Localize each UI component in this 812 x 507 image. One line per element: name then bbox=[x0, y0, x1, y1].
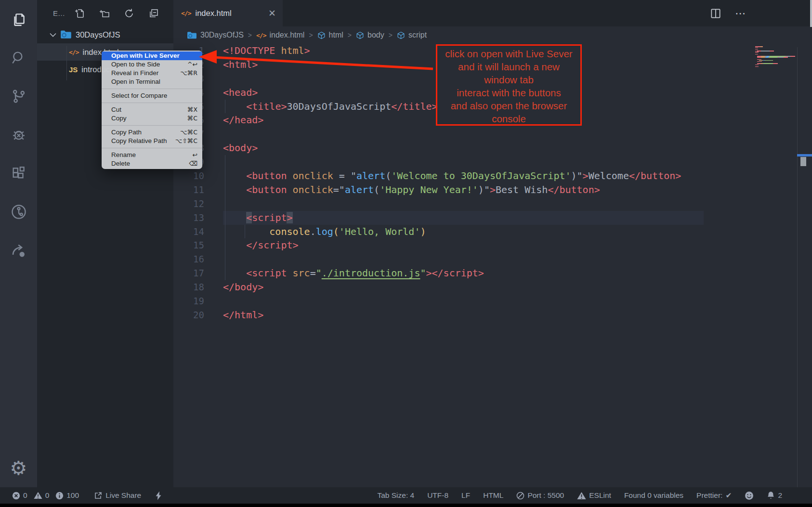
code-line-17[interactable]: 17 <script src="./introduction.js"></scr… bbox=[173, 266, 812, 280]
search-icon[interactable] bbox=[0, 39, 37, 77]
menu-item-copy[interactable]: Copy⌘C bbox=[102, 114, 202, 123]
live-share-status[interactable]: Live Share bbox=[94, 491, 141, 500]
line-number: 19 bbox=[173, 294, 204, 308]
html-file-icon: </> bbox=[69, 49, 79, 56]
code-line-19[interactable]: 19 bbox=[173, 294, 812, 308]
bell-icon bbox=[767, 491, 775, 500]
feedback-smiley[interactable] bbox=[745, 491, 754, 500]
code-line-9[interactable]: 9 bbox=[173, 155, 812, 169]
code-line-10[interactable]: 10 <button onclick = "alert('Welcome to … bbox=[173, 169, 812, 183]
code-text: <head> bbox=[223, 86, 258, 100]
menu-item-cut[interactable]: Cut⌘X bbox=[102, 105, 202, 114]
extensions-icon[interactable] bbox=[0, 154, 37, 193]
menu-separator bbox=[102, 148, 202, 148]
activity-bar: ⚙ bbox=[0, 0, 37, 487]
menu-item-reveal-in-finder[interactable]: Reveal in Finder⌥⌘R bbox=[102, 69, 202, 78]
menu-item-open-in-terminal[interactable]: Open in Terminal bbox=[102, 78, 202, 86]
indent-guide bbox=[225, 252, 225, 266]
tab-size-indicator[interactable]: Tab Size: 4 bbox=[377, 491, 414, 500]
code-line-12[interactable]: 12 bbox=[173, 197, 812, 211]
menu-shortcut: ^↩ bbox=[187, 60, 197, 69]
new-folder-icon[interactable] bbox=[98, 7, 110, 19]
code-text: </head> bbox=[223, 113, 263, 127]
menu-item-rename[interactable]: Rename↩ bbox=[102, 151, 202, 159]
eslint-indicator[interactable]: ESLint bbox=[577, 491, 611, 500]
breadcrumb-label: script bbox=[408, 31, 427, 39]
menu-shortcut: ⌘C bbox=[187, 114, 197, 123]
collapse-folders-icon[interactable] bbox=[147, 7, 159, 19]
variables-indicator[interactable]: Found 0 variables bbox=[624, 491, 683, 500]
window-bottom-edge bbox=[0, 504, 812, 507]
symbol-cube-icon bbox=[397, 31, 405, 39]
remote-explorer-icon[interactable] bbox=[0, 193, 37, 231]
breadcrumb-html[interactable]: html bbox=[317, 31, 343, 39]
line-number: 18 bbox=[173, 280, 204, 294]
close-tab-icon[interactable]: ✕ bbox=[268, 9, 276, 18]
breadcrumb-body[interactable]: body bbox=[356, 31, 384, 39]
window-edge-strip bbox=[810, 0, 812, 27]
explorer-icon[interactable] bbox=[0, 0, 37, 39]
code-line-11[interactable]: 11 <button onclick="alert('Happy New Yea… bbox=[173, 183, 812, 197]
breadcrumb-script[interactable]: script bbox=[397, 31, 427, 39]
code-text: <title>30DaysOfJavaScript</title> bbox=[223, 100, 438, 114]
notifications-indicator[interactable]: 2 bbox=[767, 491, 782, 500]
code-text: </html> bbox=[223, 308, 263, 322]
new-file-icon[interactable] bbox=[74, 7, 86, 19]
run-debug-icon[interactable] bbox=[0, 116, 37, 154]
explorer-header: E… bbox=[37, 0, 173, 19]
menu-item-copy-path[interactable]: Copy Path⌥⌘C bbox=[102, 128, 202, 137]
code-line-8[interactable]: 8<body> bbox=[173, 141, 812, 155]
menu-item-open-with-live-server[interactable]: Open with Live Server bbox=[102, 52, 202, 60]
menu-item-copy-relative-path[interactable]: Copy Relative Path⌥⇧⌘C bbox=[102, 137, 202, 145]
source-control-icon[interactable] bbox=[0, 77, 37, 116]
symbol-cube-icon bbox=[317, 31, 326, 39]
menu-shortcut: ⌘X bbox=[187, 105, 197, 114]
split-editor-icon[interactable] bbox=[709, 7, 722, 20]
prettier-indicator[interactable]: Prettier: ✔ bbox=[696, 491, 732, 500]
bolt-indicator[interactable] bbox=[155, 491, 162, 500]
menu-shortcut: ⌫ bbox=[189, 159, 197, 168]
breadcrumb-folder[interactable]: 30DaysOfJS bbox=[187, 31, 244, 39]
editor-right-divider bbox=[797, 47, 798, 487]
minimap[interactable] bbox=[755, 46, 797, 67]
scrollbar-thumb[interactable] bbox=[800, 157, 806, 166]
symbol-cube-icon bbox=[356, 31, 364, 39]
tree-indent-guide bbox=[66, 46, 67, 80]
tab-index-html[interactable]: </> index.html ✕ bbox=[173, 0, 283, 26]
encoding-indicator[interactable]: UTF-8 bbox=[427, 491, 448, 500]
menu-shortcut: ⌥⇧⌘C bbox=[175, 137, 197, 145]
code-line-14[interactable]: 14 console.log('Hello, World') bbox=[173, 225, 812, 239]
menu-separator bbox=[102, 103, 202, 103]
code-line-7[interactable]: 7 bbox=[173, 127, 812, 141]
code-line-18[interactable]: 18</body> bbox=[173, 280, 812, 294]
menu-item-delete[interactable]: Delete⌫ bbox=[102, 159, 202, 168]
code-line-16[interactable]: 16 bbox=[173, 252, 812, 266]
status-bar: 0 0 100 Live Share Tab Size: 4 UTF-8 LF … bbox=[0, 487, 812, 504]
bolt-icon bbox=[155, 491, 162, 500]
problems-indicator[interactable]: 0 0 100 bbox=[12, 491, 79, 500]
code-line-20[interactable]: 20</html> bbox=[173, 308, 812, 322]
code-line-13[interactable]: 13 <script> bbox=[173, 211, 812, 225]
tree-folder-30daysofjs[interactable]: 30DaysOfJS bbox=[37, 26, 173, 43]
live-share-icon[interactable] bbox=[0, 231, 37, 270]
eol-indicator[interactable]: LF bbox=[461, 491, 470, 500]
error-count: 0 bbox=[23, 491, 27, 500]
more-actions-icon[interactable]: ⋯ bbox=[735, 7, 747, 20]
code-line-15[interactable]: 15 </script> bbox=[173, 238, 812, 252]
refresh-icon[interactable] bbox=[123, 7, 135, 19]
settings-gear-icon[interactable]: ⚙ bbox=[0, 449, 37, 487]
folder-icon bbox=[60, 30, 72, 39]
notification-count: 2 bbox=[778, 491, 782, 500]
annotation-line: window tab bbox=[437, 73, 580, 86]
breadcrumb-file[interactable]: </> index.html bbox=[256, 31, 304, 39]
menu-separator bbox=[102, 125, 202, 126]
port-indicator[interactable]: Port : 5500 bbox=[516, 491, 564, 500]
line-number: 13 bbox=[173, 211, 204, 225]
code-text: <body> bbox=[223, 141, 258, 155]
menu-item-select-for-compare[interactable]: Select for Compare bbox=[102, 91, 202, 100]
breadcrumb-separator: > bbox=[248, 31, 252, 39]
menu-item-open-to-the-side[interactable]: Open to the Side^↩ bbox=[102, 60, 202, 69]
vscode-window: ⚙ E… 30DaysOfJS </> bbox=[0, 0, 812, 507]
language-indicator[interactable]: HTML bbox=[483, 491, 503, 500]
annotation-line: click on open with Live Sever bbox=[437, 47, 580, 60]
